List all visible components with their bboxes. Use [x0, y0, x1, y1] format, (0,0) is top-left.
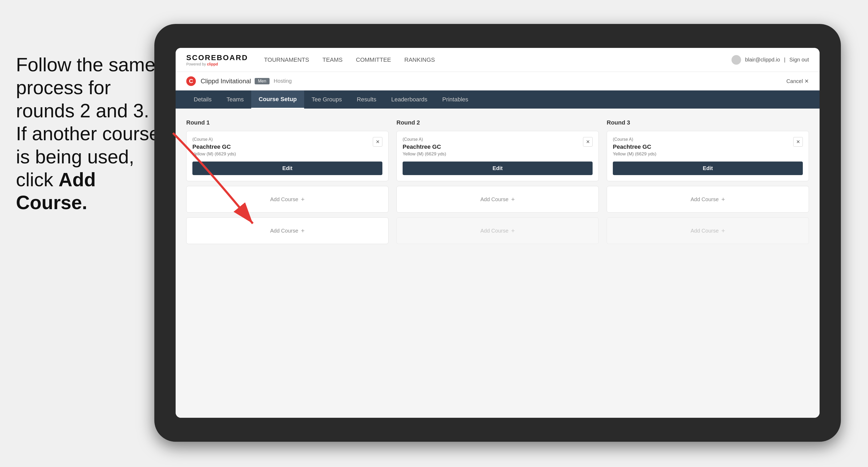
round-1-card-info: (Course A) Peachtree GC Yellow (M) (6629… [192, 137, 373, 161]
instruction-line4: If another course [16, 123, 160, 144]
rounds-grid: Round 1 (Course A) Peachtree GC Yellow (… [186, 119, 809, 249]
round-1-add-course-2-label: Add Course [270, 228, 298, 234]
main-content: Round 1 (Course A) Peachtree GC Yellow (… [176, 108, 819, 418]
round-3-add-plus-1: + [721, 195, 725, 203]
round-2-course-name: Peachtree GC [403, 144, 583, 150]
round-1-delete-button[interactable]: ✕ [373, 137, 382, 147]
round-3-edit-button[interactable]: Edit [613, 161, 803, 175]
round-3-add-plus-2: + [721, 227, 725, 235]
nav-separator: | [784, 57, 785, 63]
round-3-add-course-1-label: Add Course [690, 196, 719, 203]
logo-brand: clippd [207, 62, 218, 66]
nav-right: blair@clippd.io | Sign out [732, 55, 809, 65]
round-1-add-plus-2: + [301, 227, 305, 235]
tabs-bar: Details Teams Course Setup Tee Groups Re… [176, 91, 819, 108]
logo-area: SCOREBOARD Powered by clippd [186, 54, 248, 66]
round-3-column: Round 3 (Course A) Peachtree GC Yellow (… [607, 119, 809, 249]
tablet-device: SCOREBOARD Powered by clippd TOURNAMENTS… [154, 24, 841, 442]
round-3-course-details: Yellow (M) (6629 yds) [613, 151, 793, 157]
instruction-line5: is being used, [16, 146, 134, 167]
round-2-card-info: (Course A) Peachtree GC Yellow (M) (6629… [403, 137, 583, 161]
round-2-delete-button[interactable]: ✕ [583, 137, 593, 147]
round-3-course-card-1: (Course A) Peachtree GC Yellow (M) (6629… [607, 131, 809, 181]
round-1-course-details: Yellow (M) (6629 yds) [192, 151, 373, 157]
round-3-card-header: (Course A) Peachtree GC Yellow (M) (6629… [613, 137, 803, 161]
nav-items: TOURNAMENTS TEAMS COMMITTEE RANKINGS [264, 55, 732, 65]
round-1-column: Round 1 (Course A) Peachtree GC Yellow (… [186, 119, 389, 249]
round-1-course-tag: (Course A) [192, 137, 373, 142]
cancel-button[interactable]: Cancel ✕ [786, 78, 809, 84]
round-2-add-course-1-label: Add Course [480, 196, 508, 203]
round-2-course-tag: (Course A) [403, 137, 583, 142]
tab-leaderboards[interactable]: Leaderboards [384, 91, 435, 108]
tab-results[interactable]: Results [349, 91, 384, 108]
round-2-add-plus-2: + [511, 227, 515, 235]
nav-tournaments[interactable]: TOURNAMENTS [264, 55, 309, 65]
tablet-screen: SCOREBOARD Powered by clippd TOURNAMENTS… [176, 48, 819, 418]
round-2-add-course-2: Add Course + [397, 217, 599, 244]
breadcrumb-status: Hosting [274, 78, 292, 84]
round-2-add-plus-1: + [511, 195, 515, 203]
breadcrumb-title: Clippd Invitational [200, 77, 251, 85]
round-1-add-plus-1: + [301, 195, 305, 203]
nav-rankings[interactable]: RANKINGS [404, 55, 435, 65]
round-2-card-header: (Course A) Peachtree GC Yellow (M) (6629… [403, 137, 593, 161]
round-3-add-course-1[interactable]: Add Course + [607, 186, 809, 213]
round-1-course-name: Peachtree GC [192, 144, 373, 150]
breadcrumb-bar: C Clippd Invitational Men Hosting Cancel… [176, 72, 819, 91]
tab-printables[interactable]: Printables [435, 91, 476, 108]
instruction-line2: process for [16, 77, 111, 98]
round-3-course-tag: (Course A) [613, 137, 793, 142]
round-1-card-header: (Course A) Peachtree GC Yellow (M) (6629… [192, 137, 382, 161]
round-3-delete-button[interactable]: ✕ [793, 137, 803, 147]
instruction-panel: Follow the same process for rounds 2 and… [0, 42, 181, 225]
sign-out-link[interactable]: Sign out [789, 57, 809, 63]
nav-teams[interactable]: TEAMS [322, 55, 343, 65]
instruction-line3: rounds 2 and 3. [16, 100, 149, 121]
round-2-course-card-1: (Course A) Peachtree GC Yellow (M) (6629… [397, 131, 599, 181]
round-3-card-info: (Course A) Peachtree GC Yellow (M) (6629… [613, 137, 793, 161]
round-3-course-name: Peachtree GC [613, 144, 793, 150]
round-1-label: Round 1 [186, 119, 389, 126]
round-2-label: Round 2 [397, 119, 599, 126]
instruction-line1: Follow the same [16, 54, 155, 75]
breadcrumb-badge: Men [255, 78, 269, 84]
round-2-add-course-1[interactable]: Add Course + [397, 186, 599, 213]
round-2-edit-button[interactable]: Edit [403, 161, 593, 175]
round-2-column: Round 2 (Course A) Peachtree GC Yellow (… [397, 119, 599, 249]
tab-teams[interactable]: Teams [219, 91, 251, 108]
round-1-add-course-1-label: Add Course [270, 196, 298, 203]
round-1-edit-button[interactable]: Edit [192, 161, 382, 175]
round-2-course-details: Yellow (M) (6629 yds) [403, 151, 583, 157]
tab-tee-groups[interactable]: Tee Groups [304, 91, 349, 108]
round-3-add-course-2: Add Course + [607, 217, 809, 244]
user-email: blair@clippd.io [745, 57, 780, 63]
user-avatar [732, 55, 741, 65]
breadcrumb-logo: C [186, 76, 196, 86]
round-3-add-course-2-label: Add Course [690, 228, 719, 234]
logo-scoreboard: SCOREBOARD [186, 54, 248, 62]
tab-course-setup[interactable]: Course Setup [251, 91, 304, 108]
logo-sub: Powered by clippd [186, 62, 248, 66]
round-3-label: Round 3 [607, 119, 809, 126]
round-2-add-course-2-label: Add Course [480, 228, 508, 234]
tab-details[interactable]: Details [186, 91, 219, 108]
top-navigation: SCOREBOARD Powered by clippd TOURNAMENTS… [176, 48, 819, 72]
instruction-line6-normal: click [16, 169, 59, 190]
nav-committee[interactable]: COMMITTEE [356, 55, 391, 65]
round-1-add-course-2[interactable]: Add Course + [186, 217, 389, 244]
round-1-course-card-1: (Course A) Peachtree GC Yellow (M) (6629… [186, 131, 389, 181]
round-1-add-course-1[interactable]: Add Course + [186, 186, 389, 213]
